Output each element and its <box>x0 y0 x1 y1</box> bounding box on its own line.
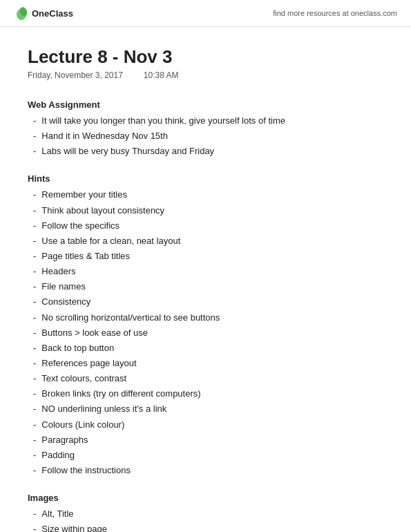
list-item: Size within page <box>33 522 383 532</box>
section-list-web-assignment: It will take you longer than you think, … <box>28 114 383 158</box>
list-item: Text colours, contrast <box>33 372 383 386</box>
list-item: Buttons > look ease of use <box>33 326 383 340</box>
list-item: Hand it in Wednesday Nov 15th <box>33 129 383 143</box>
list-item: Padding <box>33 448 383 462</box>
list-item: File names <box>33 280 383 294</box>
list-item: Follow the specifics <box>33 219 383 233</box>
list-item: Page titles & Tab titles <box>33 249 383 263</box>
section-images: ImagesAlt, TitleSize within page <box>28 493 383 532</box>
section-heading-images: Images <box>28 493 383 503</box>
list-item: Colours (Link colour) <box>33 418 383 432</box>
list-item: Back to top button <box>33 341 383 355</box>
header-tagline: find more resources at oneclass.com <box>273 9 397 17</box>
section-list-images: Alt, TitleSize within page <box>28 507 383 532</box>
list-item: Remember your titles <box>33 188 383 202</box>
list-item: Alt, Title <box>33 507 383 521</box>
list-item: Headers <box>33 265 383 278</box>
section-heading-web-assignment: Web Assignment <box>28 99 383 110</box>
list-item: Think about layout consistency <box>33 204 383 218</box>
main-content: Lecture 8 - Nov 3 Friday, November 3, 20… <box>0 27 411 532</box>
header-logo: OneClass <box>14 6 73 21</box>
list-item: Follow the instructions <box>33 464 383 477</box>
list-item: Broken links (try on different computers… <box>33 387 383 401</box>
section-hints: HintsRemember your titlesThink about lay… <box>28 173 383 477</box>
header-bar: OneClass find more resources at oneclass… <box>0 0 411 27</box>
list-item: NO underlining unless it's a link <box>33 402 383 416</box>
list-item: Paragraphs <box>33 433 383 447</box>
list-item: No scrolling horizontal/vertical to see … <box>33 311 383 325</box>
list-item: It will take you longer than you think, … <box>33 114 383 128</box>
oneclass-logo-icon <box>14 6 29 21</box>
section-heading-hints: Hints <box>28 173 383 184</box>
list-item: Labs will be very busy Thursday and Frid… <box>33 144 383 158</box>
sections-container: Web AssignmentIt will take you longer th… <box>28 99 383 532</box>
section-list-hints: Remember your titlesThink about layout c… <box>28 188 383 477</box>
lecture-header-section: Lecture 8 - Nov 3 Friday, November 3, 20… <box>28 46 383 80</box>
section-web-assignment: Web AssignmentIt will take you longer th… <box>28 99 383 158</box>
list-item: References page layout <box>33 357 383 370</box>
lecture-date: Friday, November 3, 2017 <box>28 70 123 80</box>
lecture-title: Lecture 8 - Nov 3 <box>28 46 383 68</box>
lecture-meta: Friday, November 3, 2017 10:38 AM <box>28 70 383 80</box>
list-item: Use a table for a clean, neat layout <box>33 234 383 248</box>
list-item: Consistency <box>33 295 383 309</box>
header-logo-text: OneClass <box>32 8 73 19</box>
lecture-time: 10:38 AM <box>144 70 179 80</box>
